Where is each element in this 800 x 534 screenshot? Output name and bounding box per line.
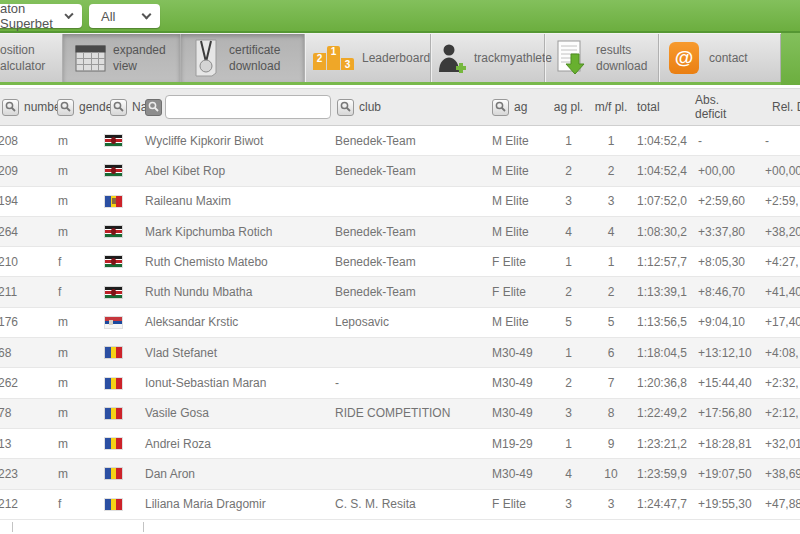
cell-ag-value: M Elite [492,225,529,239]
cell-name-value: Ruth Nundu Mbatha [145,285,252,299]
table-row[interactable]: 211fRuth Nundu MbathaBenedek-TeamF Elite… [0,277,800,307]
cell-mf_pl: 5 [592,308,630,337]
table-row[interactable]: 176mAleksandar KrsticLeposavicM Elite551… [0,308,800,338]
cell-gender: m [56,156,100,185]
cell-ag: M30-49 [490,459,545,488]
cell-total-value: 1:23:59,9 [637,467,687,481]
cell-abs: +18:28,81 [695,429,760,458]
cell-ag: M19-29 [490,429,545,458]
cell-total: 1:13:39,1 [630,277,695,306]
cell-name-value: Vasile Gosa [145,406,209,420]
table-row[interactable]: 209mAbel Kibet RopBenedek-TeamM Elite221… [0,156,800,186]
flag-ro-icon [105,347,122,358]
button-label: download [229,59,280,73]
cell-gender: m [56,126,100,155]
cell-ag_pl-value: 1 [565,255,572,269]
table-row[interactable]: 208mWycliffe Kipkorir BiwotBenedek-TeamM… [0,126,800,156]
cell-rel-value: - [765,134,769,148]
search-nat-button[interactable] [110,99,127,116]
search-gender-button[interactable] [57,99,74,116]
name-filter-input[interactable] [165,95,331,119]
table-row[interactable]: 262mIonut-Sebastian Maran-M30-49271:20:3… [0,368,800,398]
trackmyathlete-button[interactable]: trackmyathlete [431,34,545,82]
cell-number-value: 13 [0,437,11,451]
cell-name-value: Aleksandar Krstic [145,315,238,329]
button-label: results [596,43,631,57]
cell-total: 1:12:57,7 [630,247,695,276]
cell-nat [100,308,143,337]
cell-gender: m [56,459,100,488]
table-row[interactable]: 13mAndrei RozaM19-29191:23:21,2+18:28,81… [0,429,800,459]
cell-ag_pl: 2 [545,277,592,306]
cell-rel: +38,69 [760,459,800,488]
cell-gender-value: f [58,255,61,269]
table-row[interactable]: 210fRuth Chemisto MateboBenedek-TeamF El… [0,247,800,277]
table-row[interactable]: 194mRaileanu MaximM Elite331:07:52,0+2:5… [0,187,800,217]
cell-gender-value: m [58,467,68,481]
header-ag: ag [490,89,545,125]
search-number-button[interactable] [2,99,19,116]
cell-club-value: Benedek-Team [335,134,416,148]
certificate-download-button[interactable]: certificate download [181,34,305,82]
cell-rel: +4:08, [760,338,800,367]
cell-ag_pl-value: 2 [565,285,572,299]
cell-abs: +19:55,30 [695,490,760,519]
cell-number-value: 210 [0,255,18,269]
cell-rel-value: +41,40 [765,285,800,299]
cell-ag-value: F Elite [492,255,526,269]
cell-total-value: 1:23:21,2 [637,437,687,451]
table-row[interactable]: 264mMark Kipchumba RotichBenedek-TeamM E… [0,217,800,247]
table-row[interactable]: 223mDan AronM30-494101:23:59,9+19:07,50+… [0,459,800,489]
cell-nat [100,459,143,488]
cell-mf_pl-value: 5 [608,315,615,329]
button-label: certificate [229,43,280,57]
cell-total: 1:08:30,2 [630,217,695,246]
cell-nat [100,247,143,276]
cell-ag_pl: 1 [545,126,592,155]
header-name [143,89,330,125]
cell-mf_pl: 2 [592,277,630,306]
cell-name-value: Andrei Roza [145,437,211,451]
flag-ke-icon [105,135,122,146]
cell-name: Abel Kibet Rop [143,156,330,185]
cell-gender-value: m [58,346,68,360]
cell-name-value: Ruth Chemisto Matebo [145,255,268,269]
cell-number-value: 78 [0,406,11,420]
cell-ag_pl: 1 [545,247,592,276]
cell-ag: M Elite [490,156,545,185]
cell-ag: M Elite [490,308,545,337]
cell-ag_pl: 5 [545,308,592,337]
cell-ag: M30-49 [490,338,545,367]
cell-rel-value: +2:59, [765,194,799,208]
cell-name-value: Vlad Stefanet [145,346,217,360]
expanded-view-button[interactable]: expanded view [63,34,181,82]
contact-button[interactable]: @ contact [659,34,781,82]
cell-mf_pl: 9 [592,429,630,458]
event-dropdown[interactable]: aton Superbet [0,4,82,28]
table-row[interactable]: 212fLiliana Maria DragomirC. S. M. Resit… [0,490,800,520]
table-row[interactable]: 78mVasile GosaRIDE COMPETITIONM30-49381:… [0,399,800,429]
search-club-button[interactable] [337,99,354,116]
cell-name-value: Abel Kibet Rop [145,164,225,178]
leaderboard-button[interactable]: 2 1 3 Leaderboard [305,34,431,82]
cell-ag: F Elite [490,277,545,306]
results-download-button[interactable]: results download [545,34,659,82]
search-ag-button[interactable] [492,99,509,116]
cell-gender-value: m [58,134,68,148]
cell-rel: +47,88 [760,490,800,519]
cell-abs: +8:46,70 [695,277,760,306]
cell-rel-value: +4:08, [765,346,799,360]
position-calculator-button[interactable]: osition alculator [0,34,63,82]
search-name-button[interactable] [145,99,162,116]
header-abs-deficit: Abs. deficit [695,89,760,125]
cell-total-value: 1:04:52,4 [637,134,687,148]
category-dropdown[interactable]: All [89,4,160,28]
cell-ag_pl: 2 [545,156,592,185]
cell-abs-value: +3:37,80 [698,225,745,239]
cell-mf_pl: 2 [592,156,630,185]
cell-abs-value: +8:46,70 [698,285,745,299]
cell-number: 212 [0,490,56,519]
cell-nat [100,368,143,397]
table-row[interactable]: 68mVlad StefanetM30-49161:18:04,5+13:12,… [0,338,800,368]
cell-abs: +13:12,10 [695,338,760,367]
